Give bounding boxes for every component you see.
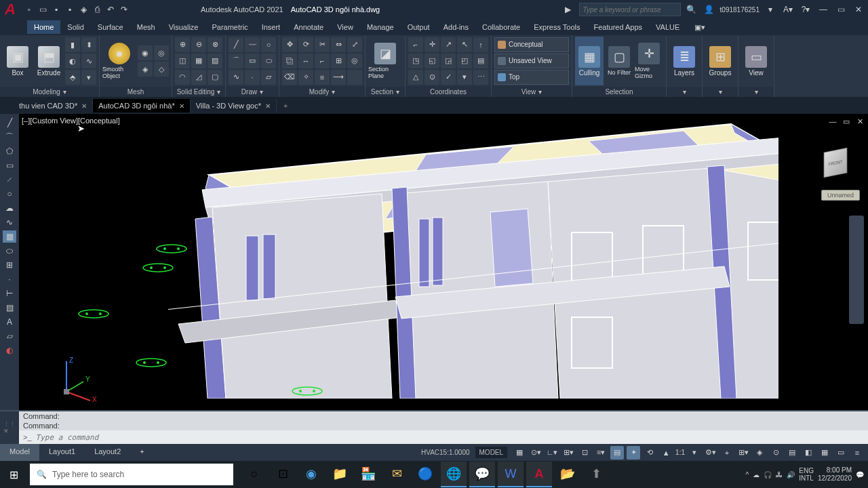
anno-scale[interactable]: 1:1 [675, 449, 685, 456]
move-icon[interactable]: ✥ [282, 37, 297, 52]
snap-toggle-icon[interactable]: ⊙▾ [529, 446, 542, 460]
layout1-tab[interactable]: Layout1 [39, 444, 85, 461]
box-button[interactable]: ▣Box [3, 37, 33, 85]
command-handle[interactable]: ⋮⋮✕ [0, 411, 19, 444]
named-view-dropdown[interactable]: Top [494, 70, 569, 85]
camera-gizmo[interactable] [77, 308, 111, 320]
scale-dropdown-icon[interactable]: ▾ [688, 446, 701, 460]
ucs-x-icon[interactable]: ↗ [441, 37, 456, 52]
panel-title-draw[interactable]: Draw ▾ [226, 86, 279, 97]
filter-button[interactable]: ▢No Filter [605, 37, 633, 85]
web-icon[interactable]: ◈ [77, 3, 90, 16]
saveas-icon[interactable]: ▪ [64, 3, 76, 16]
circle-tool-icon[interactable]: ○ [3, 188, 16, 200]
word-icon[interactable]: W [498, 462, 524, 487]
close-icon[interactable]: ✕ [81, 102, 87, 110]
clock[interactable]: 8:00 PM12/22/2020 [818, 466, 852, 483]
region-icon[interactable]: ▱ [261, 70, 276, 85]
line-icon[interactable]: ╱ [229, 37, 243, 52]
tab-value[interactable]: VALUE [649, 20, 686, 34]
model-space-toggle[interactable]: MODEL [475, 447, 508, 458]
file-tab[interactable]: thu vien CAD 3D*✕ [14, 99, 93, 113]
offset-icon[interactable]: ◎ [347, 54, 362, 68]
autocad-task-icon[interactable]: A [526, 462, 552, 487]
explode-icon[interactable]: ✧ [298, 70, 313, 85]
tab-annotate[interactable]: Annotate [287, 20, 330, 34]
polar-toggle-icon[interactable]: ⊞▾ [561, 446, 575, 460]
ucs-named-icon[interactable]: ▤ [473, 54, 488, 68]
gizmo-button[interactable]: ✛Move Gizmo [635, 37, 663, 85]
ucs-obj-icon[interactable]: ◲ [441, 54, 456, 68]
more-icon[interactable]: ▾ [81, 70, 96, 85]
ortho-toggle-icon[interactable]: ∟▾ [545, 446, 559, 460]
panel-title-modify[interactable]: Modify ▾ [279, 86, 365, 97]
viewport-label[interactable]: [–][Custom View][Conceptual] [22, 117, 120, 125]
camera-gizmo[interactable] [155, 243, 189, 255]
thicken-icon[interactable]: ▦ [191, 54, 206, 68]
cortana-icon[interactable]: ○ [241, 462, 267, 487]
layers-button[interactable]: ≣Layers [669, 37, 699, 85]
camera-gizmo[interactable] [290, 385, 324, 397]
intersect-icon[interactable]: ⊗ [208, 37, 222, 52]
sweep-icon[interactable]: ∿ [81, 54, 96, 68]
quick-prop-icon[interactable]: ▤ [785, 446, 799, 460]
tab-featuredapps[interactable]: Featured Apps [587, 20, 650, 34]
saved-view-dropdown[interactable]: Unsaved View [494, 54, 569, 68]
panel-title-solid[interactable]: Solid Editing ▾ [172, 86, 225, 97]
spline-icon[interactable]: ∿ [229, 70, 243, 85]
ucs-y-icon[interactable]: ↖ [457, 37, 472, 52]
rect-icon[interactable]: ▭ [245, 54, 260, 68]
panel-title-selection[interactable]: Selection [572, 87, 666, 97]
dim-tool-icon[interactable]: ⊢ [3, 287, 16, 300]
volume-icon[interactable]: 🔊 [787, 471, 795, 479]
taper-icon[interactable]: ◿ [191, 70, 206, 85]
redo-icon[interactable]: ↷ [118, 3, 130, 16]
array-icon[interactable]: ⊞ [331, 54, 346, 68]
panel-title-section[interactable]: Section ▾ [366, 87, 405, 97]
ucs-z-icon[interactable]: ↑ [473, 37, 488, 52]
username[interactable]: t0918176251 [720, 6, 760, 14]
headset-icon[interactable]: 🎧 [764, 471, 772, 479]
viewcube[interactable]: FRONT [822, 149, 856, 183]
navigation-bar[interactable] [849, 216, 864, 324]
tab-solid[interactable]: Solid [60, 20, 90, 34]
ucs-more-icon[interactable]: ▾ [457, 70, 472, 85]
explorer-icon[interactable]: 📁 [327, 462, 353, 487]
mesh-refine-icon[interactable]: ◈ [138, 62, 153, 77]
tab-view[interactable]: View [330, 20, 360, 34]
tab-home[interactable]: Home [27, 20, 60, 34]
drawing-scale[interactable]: HVAC15:1.0000 [421, 449, 470, 456]
hatch-tool-icon[interactable]: ▦ [3, 230, 16, 243]
tab-mesh[interactable]: Mesh [130, 20, 162, 34]
scale-icon[interactable]: ⤢ [347, 37, 362, 52]
panel-title-modeling[interactable]: Modeling ▾ [0, 87, 99, 97]
dyninput-icon[interactable]: ≡▾ [594, 446, 608, 460]
panel-title-coords[interactable]: Coordinates [406, 86, 491, 97]
ucs-world-icon[interactable]: ✛ [425, 37, 439, 52]
point-tool-icon[interactable]: · [3, 273, 16, 285]
chrome2-icon[interactable]: 🌐 [441, 462, 467, 487]
fillet-icon[interactable]: ⌐ [315, 54, 330, 68]
ucs-prev-icon[interactable]: ◰ [457, 54, 472, 68]
polysolid-icon[interactable]: ▮ [65, 37, 80, 52]
camera-gizmo[interactable] [141, 262, 175, 274]
osnap-toggle-icon[interactable]: ⊡ [578, 446, 591, 460]
model-tab[interactable]: Model [0, 444, 39, 461]
point-icon[interactable]: · [245, 70, 260, 85]
ellipse-tool-icon[interactable]: ⬭ [3, 245, 16, 257]
culling-button[interactable]: ▦Culling [575, 37, 604, 85]
mail-icon[interactable]: ✉ [384, 462, 410, 487]
app-icon[interactable]: A▾ [781, 3, 795, 16]
isolate-icon[interactable]: ◧ [802, 446, 815, 460]
onedrive-icon[interactable]: ☁ [753, 471, 760, 479]
windows-search[interactable]: 🔍 Type here to search [30, 464, 233, 485]
presspull-icon[interactable]: ⬍ [81, 37, 96, 52]
visual-style-dropdown[interactable]: Conceptual [494, 37, 569, 52]
cycling-icon[interactable]: ⟲ [643, 446, 656, 460]
add-scale-icon[interactable]: + [720, 446, 734, 460]
customize-icon[interactable]: ≡ [850, 446, 864, 460]
erase-icon[interactable]: ⌫ [282, 70, 297, 85]
store-icon[interactable]: 🏪 [355, 462, 381, 487]
file-tab[interactable]: AutoCAD 3D ngôi nhà*✕ [93, 99, 191, 113]
minimize-button[interactable]: — [816, 3, 830, 16]
